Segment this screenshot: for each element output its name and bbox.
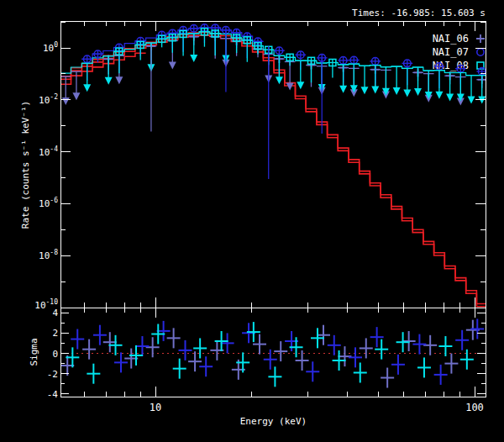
upper-limit-arrow (276, 76, 283, 84)
svg-text:2: 2 (52, 328, 58, 339)
svg-text:-2: -2 (47, 369, 58, 380)
sigma-axis-label: Sigma (29, 318, 40, 386)
svg-text:10-8: 10-8 (39, 249, 58, 261)
tick-labels: 1010010010-210-410-610-810-10420-2-4 (34, 41, 484, 413)
upper-limit-arrow (286, 82, 294, 90)
svg-text:10-4: 10-4 (39, 145, 58, 158)
upper-limit-arrow (446, 93, 454, 101)
upper-limit-arrow (339, 86, 347, 93)
upper-limit-arrow (468, 97, 475, 104)
upper-limit-arrow (393, 87, 401, 95)
upper-limit-arrow (371, 87, 379, 94)
upper-limit-arrow (403, 89, 411, 97)
model-line (60, 35, 487, 307)
top-panel (60, 24, 487, 307)
svg-text:100: 100 (43, 41, 58, 54)
series-NAI_08 (81, 29, 487, 104)
svg-text:10-2: 10-2 (39, 93, 58, 106)
svg-text:-4: -4 (47, 389, 59, 400)
rate-axis-label: Rate (counts s⁻¹ keV⁻¹) (20, 51, 32, 278)
axes (60, 21, 486, 397)
sigma-panel (60, 318, 485, 387)
upper-limit-arrow (190, 55, 197, 62)
upper-limit-arrow (105, 77, 113, 85)
upper-limit-arrow (115, 76, 123, 84)
upper-limit-arrow (169, 61, 176, 69)
upper-limit-arrow (435, 92, 443, 99)
upper-limit-arrow (297, 82, 304, 89)
upper-limit-arrow (62, 97, 70, 105)
sigma-frame (60, 308, 486, 397)
svg-text:10-6: 10-6 (39, 197, 58, 209)
upper-limit-arrow (72, 92, 80, 100)
upper-limit-arrow (361, 87, 369, 94)
spectral-fit-window: Times: -16.985: 15.603 s NAI_06 NAI_07 N… (0, 0, 504, 442)
upper-limit-arrow (83, 84, 91, 92)
svg-text:100: 100 (465, 402, 484, 413)
time-range-label: Times: -16.985: 15.603 s (352, 8, 486, 19)
svg-text:10: 10 (150, 402, 161, 413)
spectrum-frame (60, 21, 486, 308)
svg-text:4: 4 (52, 308, 58, 318)
upper-limit-arrow (414, 88, 422, 96)
spectrum-plot-svg: 1010010010-210-410-610-810-10420-2-4 (0, 0, 504, 442)
x-axis-label: Energy (keV) (61, 416, 486, 428)
svg-text:0: 0 (52, 349, 58, 360)
